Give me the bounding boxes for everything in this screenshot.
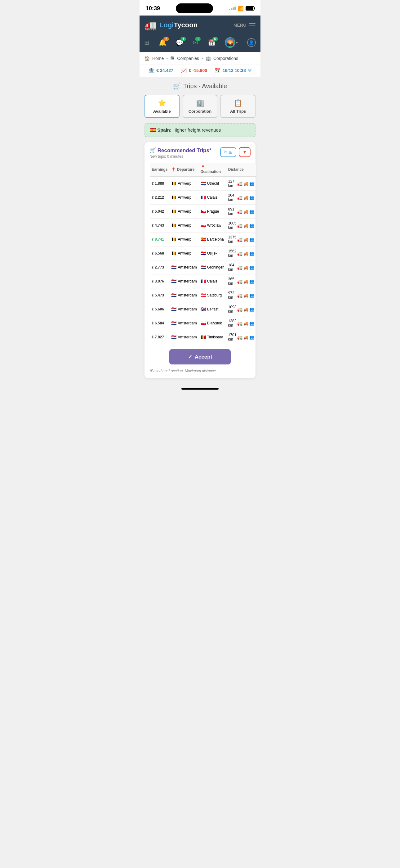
home-icon: 🏠 bbox=[144, 56, 150, 61]
truck-gray-icon: 🚚 bbox=[243, 195, 248, 200]
table-row[interactable]: € 6.584 🇳🇱 Amsterdam 🇵🇱 Bialystok 1382 k… bbox=[150, 316, 257, 330]
cell-departure: 🇧🇪 Antwerp bbox=[169, 232, 198, 247]
mail-nav-icon[interactable]: ✉ 1 bbox=[193, 39, 198, 46]
bank-stat: 🏦 € 34.427 bbox=[148, 67, 173, 73]
people-icon: 👥 bbox=[249, 265, 254, 270]
truck-green-icon: 🚛 bbox=[237, 293, 242, 298]
dest-city: Calais bbox=[207, 195, 218, 199]
companies-icon: 🏛 bbox=[170, 56, 174, 61]
col-destination: 📍 Destination bbox=[199, 163, 226, 177]
avatar-nav[interactable]: ▾ bbox=[225, 37, 238, 48]
spain-flag: 🇪🇸 bbox=[150, 127, 156, 132]
cell-distance: 1701 km 🚛 🚚 👥 bbox=[226, 330, 257, 344]
table-row[interactable]: € 5.473 🇳🇱 Amsterdam 🇦🇹 Salzburg 972 km … bbox=[150, 288, 257, 302]
breadcrumb-companies[interactable]: Companies bbox=[177, 56, 199, 61]
table-row[interactable]: € 8.741↑ 🇧🇪 Antwerp 🇪🇸 Barcelona 1375 km… bbox=[150, 232, 257, 247]
distance-value: 1375 km bbox=[228, 235, 237, 244]
dest-flag: 🇪🇸 bbox=[201, 237, 206, 242]
table-row[interactable]: € 4.743 🇧🇪 Antwerp 🇵🇱 Wroclaw 1005 km 🚛 bbox=[150, 219, 257, 232]
corporations-icon: 🏢 bbox=[206, 56, 211, 61]
chat-nav-icon[interactable]: 💬 1 bbox=[176, 39, 184, 46]
user-nav-icon[interactable]: 👤 bbox=[247, 38, 256, 47]
stats-bar: 🏦 € 34.427 📈 € -15.600 📅 16/12 10:38 ❄ bbox=[139, 65, 261, 77]
cell-departure: 🇳🇱 Amsterdam bbox=[169, 316, 198, 330]
notch bbox=[176, 3, 213, 13]
dep-flag: 🇳🇱 bbox=[171, 279, 176, 284]
cell-departure: 🇳🇱 Amsterdam bbox=[169, 330, 198, 344]
table-row[interactable]: € 3.076 🇳🇱 Amsterdam 🇫🇷 Calais 365 km 🚛 bbox=[150, 274, 257, 288]
filter-button[interactable]: ▼ bbox=[239, 147, 251, 157]
tab-available[interactable]: ⭐ Available bbox=[144, 95, 179, 118]
breadcrumb-home[interactable]: Home bbox=[152, 56, 164, 61]
distance-value: 127 km bbox=[228, 179, 237, 188]
truck-green-icon: 🚛 bbox=[237, 251, 242, 256]
dest-flag: 🇳🇱 bbox=[201, 265, 206, 270]
distance-value: 891 km bbox=[228, 207, 237, 216]
dep-flag: 🇳🇱 bbox=[171, 293, 176, 298]
dest-flag: 🇵🇱 bbox=[201, 321, 206, 326]
people-icon: 👥 bbox=[249, 209, 254, 214]
dest-flag: 🇫🇷 bbox=[201, 195, 206, 200]
trips-card-title: 🛒 Recommended Trips* bbox=[149, 147, 211, 154]
cell-departure: 🇳🇱 Amsterdam bbox=[169, 302, 198, 316]
tab-corporation[interactable]: 🏢 Corporation bbox=[182, 95, 218, 118]
truck-green-icon: 🚛 bbox=[237, 335, 242, 340]
people-icon: 👥 bbox=[249, 335, 254, 340]
refresh-button[interactable]: ↻ ⊞ bbox=[220, 147, 236, 157]
distance-value: 365 km bbox=[228, 277, 237, 286]
dest-flag: 🇳🇱 bbox=[201, 181, 206, 186]
distance-value: 1701 km bbox=[228, 333, 237, 341]
cell-distance: 972 km 🚛 🚚 👥 bbox=[226, 288, 257, 302]
dep-city: Antwerp bbox=[178, 251, 191, 255]
cell-departure: 🇧🇪 Antwerp bbox=[169, 177, 198, 191]
calculator-nav-icon[interactable]: ⊞ bbox=[144, 39, 149, 46]
tab-all-trips-label: All Trips bbox=[230, 109, 246, 114]
people-icon: 👥 bbox=[249, 195, 254, 200]
cell-earnings: € 5.473 bbox=[150, 288, 170, 302]
distance-value: 1382 km bbox=[228, 319, 237, 328]
menu-button[interactable]: MENU bbox=[233, 23, 256, 28]
tab-available-label: Available bbox=[153, 109, 171, 114]
truck-green-icon: 🚛 bbox=[237, 307, 242, 312]
mail-badge: 1 bbox=[195, 37, 201, 41]
departure-pin-icon: 📍 bbox=[171, 167, 177, 172]
cell-earnings: € 2.773 bbox=[150, 260, 170, 274]
accept-button[interactable]: ✓ Accept bbox=[169, 349, 231, 365]
app-header: 🚛 LogiTycoon MENU bbox=[139, 16, 261, 35]
cell-departure: 🇧🇪 Antwerp bbox=[169, 247, 198, 260]
col-departure: 📍 Departure bbox=[169, 163, 198, 177]
cell-destination: 🇵🇱 Wroclaw bbox=[199, 219, 226, 232]
breadcrumb-sep-2: • bbox=[202, 56, 203, 61]
dep-city: Antwerp bbox=[178, 195, 191, 199]
bell-nav-icon[interactable]: 🔔 2 bbox=[159, 39, 167, 46]
table-row[interactable]: € 5.042 🇧🇪 Antwerp 🇨🇿 Prague 891 km 🚛 bbox=[150, 205, 257, 219]
tab-all-trips[interactable]: 📋 All Trips bbox=[221, 95, 256, 118]
spain-banner: 🇪🇸 Spain: Higher freight revenues bbox=[144, 123, 256, 137]
people-icon: 👥 bbox=[249, 237, 254, 242]
table-row[interactable]: € 7.827 🇳🇱 Amsterdam 🇷🇴 Timișoara 1701 k… bbox=[150, 330, 257, 344]
col-distance: Distance bbox=[226, 163, 257, 177]
user-circle-icon: 👤 bbox=[247, 38, 256, 47]
accept-label: Accept bbox=[195, 354, 212, 360]
dest-flag: 🇭🇷 bbox=[201, 251, 206, 256]
breadcrumb-corporations[interactable]: Corporations bbox=[213, 56, 238, 61]
table-row[interactable]: € 1.888 🇧🇪 Antwerp 🇳🇱 Utrecht 127 km 🚛 bbox=[150, 177, 257, 191]
table-row[interactable]: € 6.568 🇧🇪 Antwerp 🇭🇷 Osijek 1562 km 🚛 bbox=[150, 247, 257, 260]
truck-green-icon: 🚛 bbox=[237, 195, 242, 200]
table-row[interactable]: € 5.606 🇳🇱 Amsterdam 🇬🇧 Belfast 1093 km … bbox=[150, 302, 257, 316]
cell-destination: 🇬🇧 Belfast bbox=[199, 302, 226, 316]
distance-value: 184 km bbox=[228, 263, 237, 272]
cell-distance: 1375 km 🚛 🚚 👥 bbox=[226, 232, 257, 247]
cell-departure: 🇧🇪 Antwerp bbox=[169, 191, 198, 205]
cell-departure: 🇧🇪 Antwerp bbox=[169, 219, 198, 232]
trips-card-header: 🛒 Recommended Trips* New trips: 0 minute… bbox=[149, 147, 251, 159]
table-row[interactable]: € 2.773 🇳🇱 Amsterdam 🇳🇱 Groningen 184 km… bbox=[150, 260, 257, 274]
cell-distance: 127 km 🚛 🚚 👥 bbox=[226, 177, 257, 191]
calendar-nav-icon[interactable]: 📅 6 bbox=[208, 39, 215, 46]
logo-logi: Logi bbox=[159, 21, 174, 29]
trips-card-title-area: 🛒 Recommended Trips* New trips: 0 minute… bbox=[149, 147, 211, 159]
page-content: 🛒 Trips - Available ⭐ Available 🏢 Corpor… bbox=[139, 77, 261, 383]
dep-city: Amsterdam bbox=[178, 335, 197, 339]
table-row[interactable]: € 2.212 🇧🇪 Antwerp 🇫🇷 Calais 204 km 🚛 bbox=[150, 191, 257, 205]
cell-destination: 🇳🇱 Groningen bbox=[199, 260, 226, 274]
